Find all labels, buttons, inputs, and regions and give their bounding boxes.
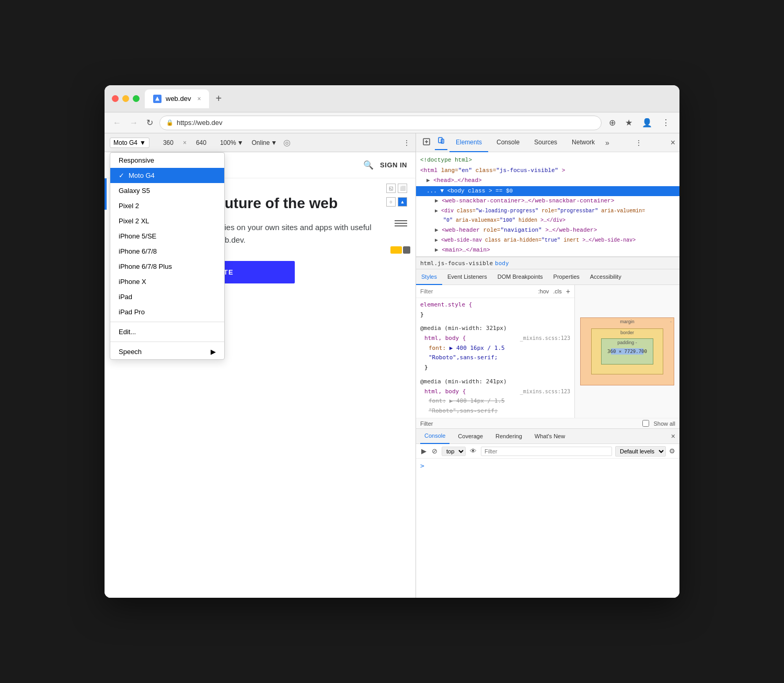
console-filter-input[interactable] [481,447,612,456]
filter-label: Filter [420,420,433,427]
devtools-close-button[interactable]: × [671,138,675,147]
expand-arrow[interactable]: ▼ [440,188,444,194]
cast-button[interactable]: ⊕ [606,117,619,129]
sensor-icon[interactable]: ◎ [283,138,291,147]
console-block-button[interactable]: ⊘ [431,446,439,456]
show-all-checkbox[interactable] [642,420,649,427]
devtools-menu-button[interactable]: ⋮ [635,139,642,147]
dropdown-item-galaxy-s5[interactable]: Galaxy S5 [110,183,224,198]
close-traffic-light[interactable] [112,95,119,102]
dropdown-item-moto-g4[interactable]: ✓ Moto G4 [110,168,224,183]
console-settings-button[interactable]: ⚙ [669,447,675,455]
styles-tab-properties[interactable]: Properties [548,269,585,285]
console-prompt-arrow[interactable]: > [420,462,424,470]
device-toggle-button[interactable] [435,135,447,150]
add-style-button[interactable]: + [566,287,570,295]
new-tab-button[interactable]: + [211,90,226,107]
margin-label: margin [620,319,635,324]
css-rule-element: element.style { } [420,300,570,320]
dropdown-item-iphone-678[interactable]: iPhone 6/7/8 [110,244,224,259]
div-class-val: "w-loading-progress" [476,208,538,214]
console-tab-whats-new[interactable]: What's New [531,428,569,444]
expand-arrow[interactable]: ▶ [435,247,439,253]
dropdown-item-iphone-x[interactable]: iPhone X [110,274,224,289]
styles-tab-styles[interactable]: Styles [416,269,442,285]
default-levels-select[interactable]: Default levels [615,446,666,457]
forward-button[interactable]: → [128,116,140,130]
expand-arrow[interactable]: ▶ [435,208,438,214]
css-file-ref-241: _mixins.scss:123 [520,387,570,396]
online-select[interactable]: Online ▼ [252,139,278,146]
width-input[interactable] [158,139,179,146]
breadcrumb-html[interactable]: html.js-focus-visible [420,260,493,267]
inspect-element-button[interactable] [420,135,433,150]
console-play-button[interactable]: ▶ [420,446,428,456]
zoom-select[interactable]: 100% ▼ [220,139,244,146]
console-bar: Console Coverage Rendering What's New × [416,428,679,444]
cls-button[interactable]: .cls [553,288,562,294]
styles-tab-dom-breakpoints[interactable]: DOM Breakpoints [492,269,548,285]
expand-arrow[interactable]: ▶ [426,177,430,184]
styles-tab-event-listeners[interactable]: Event Listeners [442,269,492,285]
tab-sources[interactable]: Sources [528,133,563,152]
bookmark-button[interactable]: ★ [622,117,636,129]
console-tab-coverage[interactable]: Coverage [454,428,487,444]
more-button[interactable]: ⋮ [403,139,410,147]
height-input[interactable] [191,139,212,146]
dropdown-item-ipad-pro[interactable]: iPad Pro [110,304,224,320]
css-file-ref: _mixins.scss:123 [520,334,570,343]
html-line-selected[interactable]: ... ▼ <body class > == $0 [416,186,679,197]
expand-arrow[interactable]: ▶ [435,198,439,204]
dropdown-item-iphone-5-se[interactable]: iPhone 5/SE [110,229,224,244]
tab-close-button[interactable]: × [197,95,201,103]
breadcrumb-body[interactable]: body [495,260,509,267]
zoom-arrow: ▼ [237,139,244,146]
active-tab[interactable]: web.dev × [145,89,209,108]
dropdown-item-ipad[interactable]: iPad [110,289,224,304]
console-context-select[interactable]: top [442,447,466,456]
minimize-traffic-light[interactable] [122,95,129,102]
console-eye-button[interactable]: 👁 [469,446,478,456]
console-close-button[interactable]: × [671,432,675,440]
search-icon[interactable]: 🔍 [363,160,374,170]
refresh-button[interactable]: ↻ [144,116,155,130]
role-attr: role= [483,227,500,233]
div-role-val: "progressbar" [557,208,598,214]
div-role-attr: role= [541,208,557,214]
dropdown-item-pixel-2-xl[interactable]: Pixel 2 XL [110,213,224,229]
nav-icons: ⊕ ★ 👤 ⋮ [606,117,673,129]
account-button[interactable]: 👤 [639,117,655,129]
expand-arrow[interactable]: ▶ [435,237,438,243]
dropdown-item-edit[interactable]: Edit... [110,324,224,339]
browser-menu-button[interactable]: ⋮ [659,117,673,129]
console-tab-console[interactable]: Console [420,428,449,444]
dropdown-item-label: Moto G4 [129,172,155,179]
styles-left: :hov .cls + element.style { } [416,285,575,418]
styles-filter-input[interactable] [420,288,534,294]
tab-elements[interactable]: Elements [449,133,488,152]
hidden-attr: hidden [518,218,537,223]
address-bar[interactable]: 🔒 https://web.dev [159,116,602,130]
tag-end2: >…</web-header> [545,227,597,233]
tab-network[interactable]: Network [566,133,601,152]
console-tab-rendering[interactable]: Rendering [491,428,526,444]
back-button[interactable]: ← [111,116,123,130]
device-select[interactable]: Moto G4 ▼ [110,138,149,148]
event-listeners-label: Event Listeners [447,274,487,280]
expand-arrow[interactable]: ▶ [435,227,439,233]
more-tabs-button[interactable]: » [605,139,609,147]
tab-console[interactable]: Console [490,133,526,152]
dropdown-item-speech[interactable]: Speech ▶ [110,344,224,359]
styles-tab-accessibility[interactable]: Accessibility [585,269,627,285]
dropdown-item-iphone-678-plus[interactable]: iPhone 6/7/8 Plus [110,259,224,274]
online-arrow: ▼ [271,139,277,146]
css-prop-roboto: "Roboto",sans-serif; [424,353,570,363]
pseudo-states-button[interactable]: :hov [538,288,549,294]
dropdown-item-pixel-2[interactable]: Pixel 2 [110,198,224,213]
dropdown-item-label: Pixel 2 [119,202,139,210]
tab-console-label: Console [497,139,520,146]
sign-in-button[interactable]: SIGN IN [380,161,407,169]
maximize-traffic-light[interactable] [133,95,140,102]
console-toolbar: ▶ ⊘ top 👁 Default levels ⚙ [416,444,679,459]
dropdown-item-responsive[interactable]: Responsive [110,153,224,168]
